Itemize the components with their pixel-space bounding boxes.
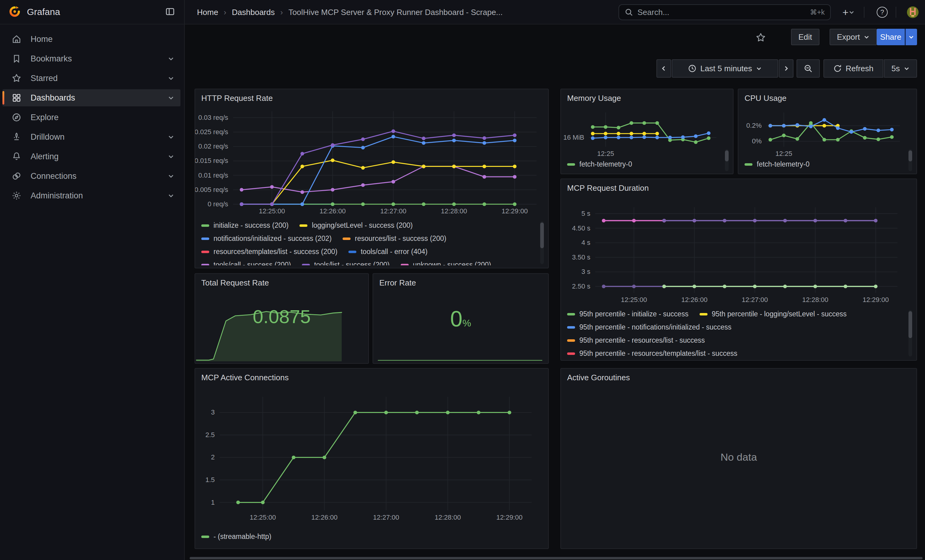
legend-scrollbar[interactable] <box>725 149 729 171</box>
legend-item[interactable]: tools/list - success (200) <box>302 261 390 265</box>
legend-label: 95th percentile - logging/setLevel - suc… <box>712 310 847 318</box>
legend-color-pill <box>567 313 575 315</box>
legend-item[interactable]: tools/call - success (200) <box>201 261 291 265</box>
legend-label: tools/call - error (404) <box>361 248 428 256</box>
panel-error-rate: Error Rate 0% <box>372 273 549 364</box>
sidebar-item-explore[interactable]: Explore <box>3 109 181 126</box>
time-forward-button[interactable] <box>779 59 794 78</box>
legend-item[interactable]: resources/templates/list - success (200) <box>201 248 337 256</box>
favorite-star-icon[interactable] <box>756 32 766 45</box>
user-avatar[interactable] <box>904 0 921 24</box>
zoom-out-icon <box>804 64 813 73</box>
legend-item[interactable]: 95th percentile - notifications/initiali… <box>567 323 731 331</box>
sidebar-item-label: Drilldown <box>30 132 65 142</box>
zoom-out-button[interactable] <box>797 59 820 78</box>
legend-scrollbar[interactable] <box>908 149 912 171</box>
memory-usage-chart[interactable]: 12:2516 MiB <box>562 109 723 156</box>
export-button[interactable]: Export <box>830 29 877 45</box>
bookmark-icon <box>12 54 21 64</box>
legend-item[interactable]: unknown - success (200) <box>401 261 491 265</box>
chevron-down-icon[interactable] <box>168 73 174 84</box>
y-tick-label: 3.50 s <box>572 254 591 261</box>
time-range-picker[interactable]: Last 5 minutes <box>672 59 778 78</box>
panel-title[interactable]: Total Request Rate <box>201 278 269 288</box>
clock-icon <box>688 64 696 73</box>
sidebar-item-home[interactable]: Home <box>3 30 181 48</box>
panel-title[interactable]: Memory Usage <box>567 93 621 103</box>
legend-item[interactable]: tools/call - error (404) <box>348 248 428 256</box>
legend-item[interactable]: 95th percentile - initialize - success <box>567 310 688 318</box>
legend-item[interactable]: notifications/initialized - success (202… <box>201 234 331 243</box>
panel-title[interactable]: HTTP Request Rate <box>201 93 273 103</box>
panel-title[interactable]: MCP Active Connections <box>201 373 289 383</box>
legend-label: 95th percentile - resources/templates/li… <box>579 349 737 357</box>
mcp-active-connections-chart[interactable]: 12:25:0012:26:0012:27:0012:28:0012:29:00… <box>199 389 541 526</box>
legend-item[interactable]: resources/list - success (200) <box>343 234 446 243</box>
question-icon: ? <box>877 7 888 18</box>
refresh-button[interactable]: Refresh <box>823 59 883 78</box>
breadcrumb-current-page: ToolHive MCP Server & Proxy Runner Dashb… <box>288 8 503 17</box>
bell-icon <box>12 152 21 161</box>
error-rate-sparkline[interactable] <box>378 352 542 361</box>
y-tick-label: 0.015 req/s <box>194 157 228 164</box>
share-menu-button[interactable] <box>905 29 917 45</box>
legend-color-pill <box>302 264 310 266</box>
sidebar-item-alerting[interactable]: Alerting <box>3 148 181 165</box>
breadcrumb-home[interactable]: Home <box>197 8 218 17</box>
panel-title[interactable]: CPU Usage <box>744 93 786 103</box>
panel-mcp-active-connections: MCP Active Connections 12:25:0012:26:001… <box>194 368 549 549</box>
cpu-usage-chart[interactable]: 12:250.2%0% <box>740 109 906 156</box>
y-tick-label: 0.02 req/s <box>198 143 228 150</box>
x-tick-label: 12:25 <box>597 150 614 158</box>
chevron-down-icon[interactable] <box>168 53 174 65</box>
legend-item[interactable]: 95th percentile - logging/setLevel - suc… <box>699 310 847 318</box>
drilldown-icon <box>12 132 21 142</box>
sidebar-item-drilldown[interactable]: Drilldown <box>3 128 181 146</box>
time-back-button[interactable] <box>657 59 671 78</box>
sidebar-toggle-icon[interactable] <box>165 7 175 19</box>
interval-label: 5s <box>891 64 899 74</box>
panel-title[interactable]: Active Goroutines <box>567 373 630 383</box>
http-request-rate-chart[interactable]: 12:25:0012:26:0012:27:0012:28:0012:29:00… <box>199 109 541 218</box>
chevron-down-icon[interactable] <box>168 151 174 162</box>
share-button[interactable]: Share <box>877 29 905 45</box>
legend-item[interactable]: fetch-telemetry-0 <box>744 160 810 168</box>
sidebar-item-bookmarks[interactable]: Bookmarks <box>3 50 181 67</box>
sidebar-item-connections[interactable]: Connections <box>3 168 181 185</box>
help-button[interactable]: ? <box>874 0 891 24</box>
star-icon <box>12 74 21 83</box>
y-tick-label: 16 MiB <box>563 134 584 141</box>
grafana-logo-icon[interactable] <box>9 6 21 20</box>
legend-item[interactable]: 95th percentile - resources/templates/li… <box>567 349 737 357</box>
legend-label: unknown - success (200) <box>413 261 491 265</box>
x-tick-label: 12:26:00 <box>319 207 346 215</box>
legend-item[interactable]: logging/setLevel - success (200) <box>300 221 413 230</box>
chevron-down-icon[interactable] <box>168 92 174 104</box>
sidebar-item-dashboards[interactable]: Dashboards <box>3 89 181 107</box>
legend-item[interactable]: initialize - success (200) <box>201 221 288 230</box>
panel-title[interactable]: MCP Request Duration <box>567 183 649 193</box>
legend-color-pill <box>201 264 209 266</box>
horizontal-scrollbar[interactable] <box>190 557 922 559</box>
dashboards-icon <box>12 93 21 103</box>
chevron-down-icon[interactable] <box>168 131 174 143</box>
sidebar-item-label: Dashboards <box>30 93 75 103</box>
edit-button[interactable]: Edit <box>791 29 820 45</box>
sidebar-item-administration[interactable]: Administration <box>3 187 181 204</box>
legend-item[interactable]: 95th percentile - resources/list - succe… <box>567 336 705 344</box>
add-button[interactable]: + <box>839 0 858 24</box>
breadcrumb-dashboards[interactable]: Dashboards <box>232 8 275 17</box>
chevron-down-icon[interactable] <box>168 171 174 182</box>
mcp-request-duration-chart[interactable]: 12:25:0012:26:0012:27:0012:28:0012:29:00… <box>565 203 905 306</box>
legend-item[interactable]: fetch-telemetry-0 <box>567 160 632 168</box>
top-bar: Grafana Home › Dashboards › ToolHive MCP… <box>0 0 925 24</box>
panel-title[interactable]: Error Rate <box>379 278 416 288</box>
chevron-down-icon[interactable] <box>168 190 174 201</box>
refresh-interval-select[interactable]: 5s <box>884 59 917 78</box>
search-input[interactable]: Search... ⌘+k <box>619 4 831 20</box>
legend-item[interactable]: - (streamable-http) <box>201 533 271 541</box>
sidebar-item-starred[interactable]: Starred <box>3 70 181 87</box>
legend-scrollbar[interactable] <box>908 310 912 356</box>
legend-scrollbar[interactable] <box>540 221 544 264</box>
topbar-divider <box>864 7 865 18</box>
